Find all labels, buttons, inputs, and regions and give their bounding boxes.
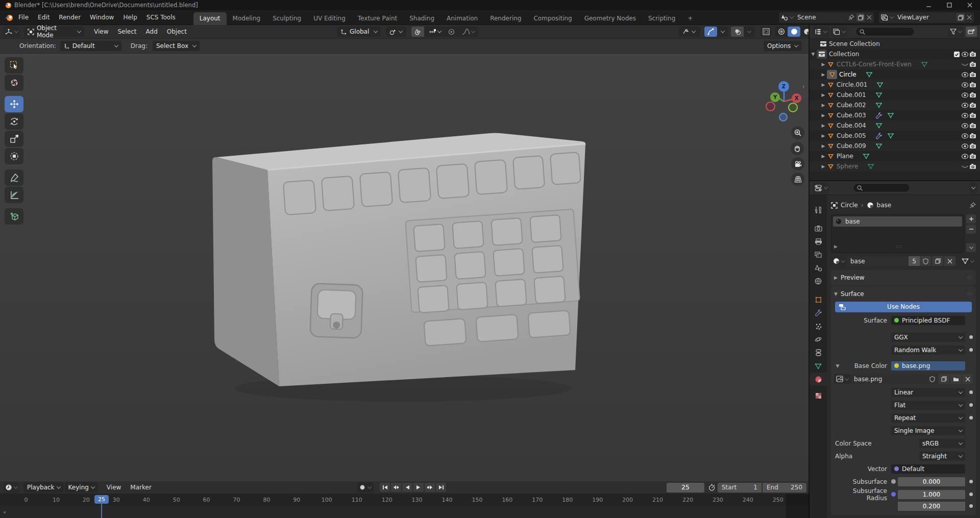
axis-x-negative[interactable] — [766, 102, 775, 111]
outliner-filter-dropdown[interactable] — [948, 27, 964, 37]
vector-field[interactable]: Default — [891, 464, 965, 474]
end-frame-field[interactable]: End250 — [763, 483, 806, 492]
subsurface-radius-y-slider[interactable]: 0.200 — [898, 502, 965, 511]
axis-z-positive[interactable]: Z — [778, 81, 789, 92]
hide-toggle[interactable] — [961, 152, 969, 160]
subsurface-slider[interactable]: 0.000 — [898, 477, 965, 486]
properties-editor-type[interactable] — [813, 183, 829, 193]
collection-row[interactable]: ▼ Collection — [810, 49, 980, 59]
source-dropdown[interactable]: Single Image — [891, 426, 965, 435]
collection-hide-icon[interactable] — [961, 50, 969, 58]
hide-toggle[interactable] — [961, 70, 969, 79]
slot-list[interactable]: base ▶ ∷∷ — [831, 214, 964, 253]
menu-scs-tools[interactable]: SCS Tools — [142, 12, 180, 23]
outliner-display-mode[interactable] — [831, 27, 847, 37]
play-reverse-button[interactable] — [402, 483, 412, 492]
blender-menu-logo-icon[interactable] — [4, 14, 14, 21]
slot-specials-dropdown[interactable] — [966, 243, 976, 252]
expand-arrow-icon[interactable]: ▶ — [820, 133, 827, 138]
record-button[interactable] — [357, 482, 374, 492]
snap-toggle[interactable] — [411, 27, 424, 37]
hide-toggle[interactable] — [961, 60, 969, 68]
timeline-marker-menu[interactable]: Marker — [126, 484, 156, 491]
tool-add-primitive-button[interactable] — [5, 208, 23, 225]
outliner-item-Cube.003[interactable]: ▶Cube.003 — [810, 110, 980, 120]
disable-render-toggle[interactable] — [969, 111, 977, 119]
surface-shader-field[interactable]: Principled BSDF — [891, 316, 965, 325]
tab-uv-editing[interactable]: UV Editing — [307, 12, 352, 25]
select-menu[interactable]: Select — [113, 28, 141, 35]
viewlayer-selector[interactable]: ViewLayer — [879, 12, 974, 23]
image-name-field[interactable]: base.png — [850, 374, 927, 384]
gizmos-toggle[interactable] — [704, 27, 717, 37]
disable-render-toggle[interactable] — [969, 152, 977, 160]
timeline-ruler[interactable]: 0102030405060708090100110120130140150160… — [0, 494, 808, 518]
add-menu[interactable]: Add — [141, 28, 162, 35]
hide-toggle[interactable] — [961, 81, 969, 89]
hide-toggle[interactable] — [961, 91, 969, 99]
tab-scripting[interactable]: Scripting — [642, 12, 681, 25]
collapse-arrow-icon[interactable]: ▼ — [810, 52, 817, 57]
surface-collapse-icon[interactable]: ▼ — [834, 291, 838, 297]
tab-texture-paint[interactable]: Texture Paint — [352, 12, 403, 25]
menu-window[interactable]: Window — [85, 12, 118, 23]
overlays-toggle[interactable] — [731, 27, 744, 37]
shading-wireframe-toggle[interactable] — [775, 27, 788, 37]
tab-scene[interactable] — [810, 261, 827, 275]
tab-tool[interactable] — [810, 203, 827, 216]
tool-transform-button[interactable] — [5, 148, 23, 164]
preview-panel[interactable]: ▶ Preview ∷∷ — [831, 270, 976, 285]
outliner-item-Cube.004[interactable]: ▶Cube.004 — [810, 120, 980, 131]
shading-solid-toggle[interactable] — [788, 27, 800, 37]
animate-dot[interactable] — [969, 335, 973, 339]
jump-to-end-button[interactable] — [436, 483, 446, 492]
collection-render-icon[interactable] — [969, 50, 977, 58]
animate-dot[interactable] — [969, 504, 973, 508]
axis-z-negative[interactable] — [779, 113, 788, 121]
base-color-expand-icon[interactable]: ▼ — [834, 363, 841, 368]
disable-render-toggle[interactable] — [969, 91, 977, 99]
jump-to-start-button[interactable] — [380, 483, 390, 492]
slot-expand-icon[interactable]: ▶ — [834, 244, 838, 249]
perspective-toggle-button[interactable] — [791, 172, 804, 186]
expand-arrow-icon[interactable]: ▶ — [820, 103, 827, 108]
image-open-button[interactable] — [950, 374, 961, 384]
image-fake-user-button[interactable] — [927, 374, 938, 384]
axis-x-positive[interactable]: X — [792, 93, 801, 103]
fake-user-button[interactable] — [920, 256, 931, 266]
camera-view-button[interactable] — [791, 157, 804, 170]
outliner-editor-type[interactable] — [813, 27, 829, 37]
tab-shading[interactable]: Shading — [403, 12, 440, 25]
tool-annotate-button[interactable] — [5, 169, 23, 186]
unlink-scene-icon[interactable] — [867, 15, 872, 20]
tab-material[interactable] — [810, 373, 827, 386]
outliner-item-Cube.009[interactable]: ▶Cube.009 — [810, 141, 980, 151]
shading-material-toggle[interactable] — [800, 27, 810, 37]
slot-add-button[interactable] — [966, 214, 976, 224]
slot-remove-button[interactable] — [966, 225, 976, 234]
tab-geometry-nodes[interactable]: Geometry Nodes — [578, 12, 642, 25]
zoom-view-button[interactable] — [791, 126, 804, 139]
expand-arrow-icon[interactable]: ▶ — [820, 92, 827, 97]
properties-options-dropdown[interactable] — [970, 183, 977, 193]
close-button[interactable] — [960, 0, 980, 10]
hide-toggle[interactable] — [961, 111, 969, 119]
properties-search-input[interactable] — [853, 183, 910, 192]
menu-help[interactable]: Help — [118, 12, 141, 23]
scene-collection-row[interactable]: Scene Collection — [810, 39, 980, 49]
timeline-collapse-icon[interactable]: « — [3, 509, 6, 515]
outliner-item-Cube.005[interactable]: ▶Cube.005 — [810, 131, 980, 141]
collection-checkbox[interactable] — [952, 50, 961, 58]
gizmos-dropdown[interactable] — [717, 27, 728, 37]
tab-modifiers[interactable] — [810, 306, 827, 319]
panel-grip[interactable]: ∷∷ — [967, 276, 973, 280]
tab-sculpting[interactable]: Sculpting — [266, 12, 307, 25]
sss-method-dropdown[interactable]: Random Walk — [891, 346, 965, 355]
options-dropdown[interactable]: Options — [764, 41, 801, 51]
next-keyframe-button[interactable] — [425, 483, 435, 492]
tool-move-button[interactable] — [5, 96, 23, 112]
tab-modeling[interactable]: Modeling — [227, 12, 267, 25]
new-scene-button[interactable] — [856, 13, 865, 21]
animate-dot[interactable] — [969, 416, 973, 420]
pivot-point-dropdown[interactable] — [386, 27, 406, 37]
